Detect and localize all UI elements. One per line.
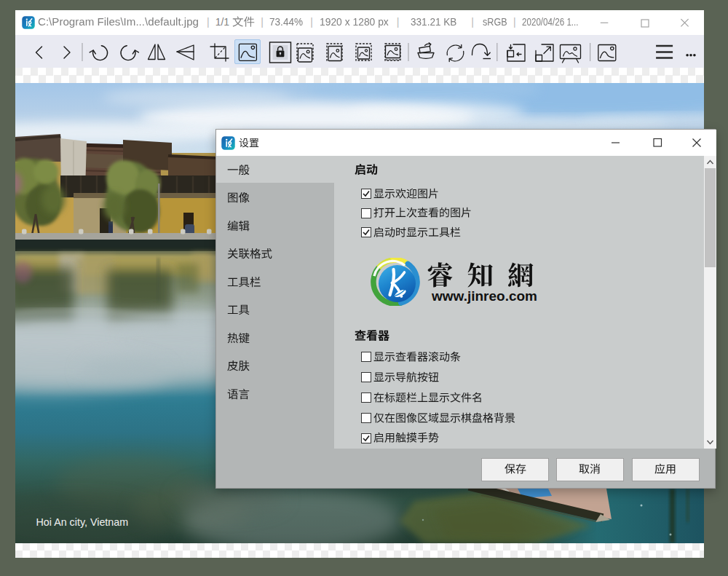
- svg-text:Hoi An city, Vietnam: Hoi An city, Vietnam: [36, 516, 129, 528]
